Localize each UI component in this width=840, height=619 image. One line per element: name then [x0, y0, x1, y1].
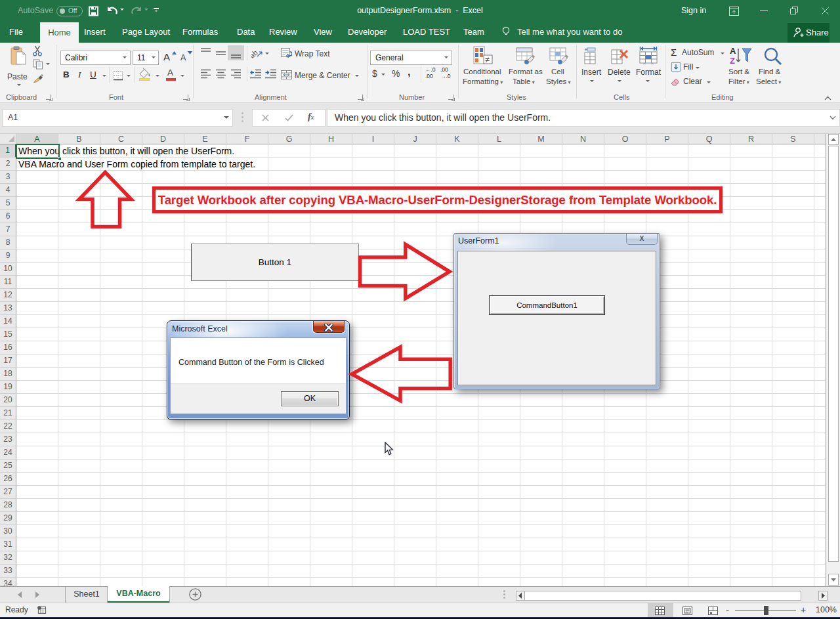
svg-text:ab: ab	[251, 49, 259, 58]
svg-text:A: A	[730, 46, 736, 56]
svg-text:Z: Z	[730, 56, 735, 66]
svg-text:≠: ≠	[486, 55, 490, 64]
